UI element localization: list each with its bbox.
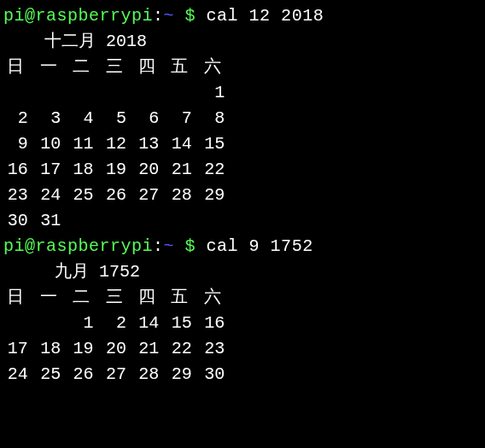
terminal-output: pi@raspberrypi:~ $ cal 12 2018 十二月 2018 … (3, 3, 482, 387)
colon: : (153, 6, 164, 26)
calendar-row: 23242526272829 (3, 183, 482, 208)
host: raspberrypi (36, 236, 154, 256)
calendar-row: 9101112131415 (3, 131, 482, 157)
dollar-sign: $ (174, 236, 207, 256)
dollar-sign: $ (174, 6, 207, 26)
path: ~ (164, 6, 175, 26)
user: pi (3, 6, 25, 26)
command-text: cal 9 1752 (207, 236, 313, 256)
calendar-row: 3031 (3, 208, 482, 234)
path: ~ (164, 236, 175, 256)
calendar-header-2: 日一二三四五六 (3, 285, 482, 311)
at-sign: @ (25, 236, 36, 256)
calendar-row: 17181920212223 (3, 336, 482, 362)
colon: : (153, 236, 164, 256)
at-sign: @ (25, 6, 36, 26)
host: raspberrypi (36, 6, 154, 26)
command-text: cal 12 2018 (207, 6, 324, 26)
calendar-title-1: 十二月 2018 (3, 29, 482, 55)
calendar-row: 24252627282930 (3, 362, 482, 387)
calendar-header-1: 日一二三四五六 (3, 55, 482, 80)
calendar-row: 2345678 (3, 106, 482, 131)
calendar-title-2: 九月 1752 (3, 259, 482, 285)
calendar-row: 1 (3, 80, 482, 106)
prompt-line-1[interactable]: pi@raspberrypi:~ $ cal 12 2018 (3, 3, 482, 29)
calendar-row: 12141516 (3, 311, 482, 336)
prompt-line-2[interactable]: pi@raspberrypi:~ $ cal 9 1752 (3, 234, 482, 259)
calendar-row: 16171819202122 (3, 157, 482, 183)
user: pi (3, 236, 25, 256)
